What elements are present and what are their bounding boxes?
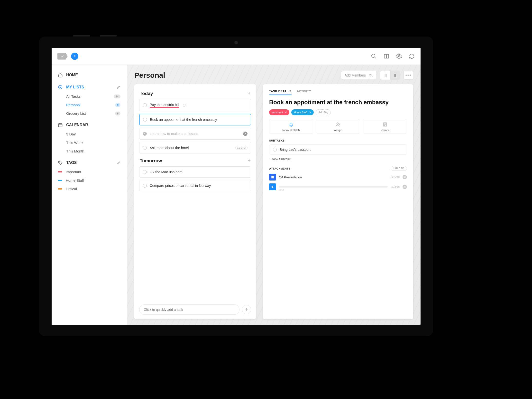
subtask-checkbox[interactable]	[273, 148, 277, 152]
add-members-button[interactable]: Add Members	[341, 71, 377, 79]
loading-icon	[183, 104, 186, 107]
sidebar-mylists-label: MY LISTS	[66, 85, 84, 89]
list-card[interactable]: Personal	[363, 119, 407, 134]
attachment-row[interactable]: ▶ 00:00 2/03/18 ✕	[269, 183, 407, 190]
task-row[interactable]: Ask mom about the hotel 3:30PM	[139, 142, 251, 153]
detail-tag-home[interactable]: Home Stuff✕	[291, 109, 314, 115]
sidebar-home[interactable]: HOME	[52, 70, 127, 80]
tablet-frame: + HOME	[39, 37, 433, 336]
audio-time: 00:00	[279, 189, 284, 191]
list-label: Grocery List	[66, 111, 86, 115]
cal-label: This Week	[66, 141, 83, 145]
new-subtask-button[interactable]: + New Subtask	[269, 157, 407, 161]
task-checkbox[interactable]	[143, 103, 147, 107]
sync-icon[interactable]	[409, 53, 415, 59]
pencil-icon[interactable]	[117, 85, 120, 89]
cal-label: 3 Day	[66, 132, 76, 136]
cal-label: This Month	[66, 149, 84, 153]
user-plus-icon	[335, 122, 341, 127]
group-tomorrow-title: Tomorrow	[140, 158, 162, 163]
sidebar-tags-label: TAGS	[66, 161, 77, 165]
task-checkbox[interactable]	[143, 146, 147, 150]
task-checkbox[interactable]	[143, 184, 147, 188]
detail-title: Book an appotiment at the french embassy	[269, 99, 407, 106]
quick-add-submit[interactable]	[242, 305, 251, 314]
add-today-button[interactable]: +	[248, 91, 251, 96]
settings-icon[interactable]	[396, 53, 402, 59]
task-checkbox[interactable]	[143, 132, 147, 136]
task-checkbox[interactable]	[143, 170, 147, 174]
upload-button[interactable]: UPLOAD	[391, 166, 407, 171]
sidebar-calendar[interactable]: CALENDAR	[52, 120, 127, 130]
attachments-heading: ATTACHMENTS	[269, 167, 291, 170]
task-row[interactable]: Pay the electric bill	[139, 99, 251, 111]
tab-task-details[interactable]: TASK DETAILS	[269, 90, 292, 95]
list-label: All Tasks	[66, 94, 81, 98]
tag-home-stuff[interactable]: Home Stuff	[52, 176, 127, 185]
new-task-button[interactable]: +	[71, 53, 78, 60]
tab-activity[interactable]: ACTIVITY	[297, 90, 311, 95]
attachment-row[interactable]: Q4 Presentation 3/05/18 ✕	[269, 174, 407, 180]
panels-icon[interactable]	[384, 53, 389, 59]
check-circle-icon	[58, 85, 63, 90]
svg-rect-10	[271, 176, 274, 179]
sidebar-item-all-tasks[interactable]: All Tasks 14	[52, 92, 127, 101]
attachment-delete-button[interactable]: ✕	[403, 185, 407, 189]
list-label: Personal	[66, 103, 81, 107]
delete-task-button[interactable]: ✕	[243, 132, 248, 136]
task-row[interactable]: Book an appotiment at the french embassy	[139, 114, 251, 125]
sidebar-cal-week[interactable]: This Week	[52, 138, 127, 147]
subtask-row[interactable]: Bring dad's passport	[269, 144, 407, 155]
task-row[interactable]: Learn how to make a croissant ✕	[139, 128, 251, 140]
add-tag-button[interactable]: Add Tag	[316, 109, 331, 115]
attachment-date: 3/05/18	[391, 176, 400, 179]
view-split-button[interactable]	[390, 71, 400, 80]
attachment-name: Q4 Presentation	[279, 175, 302, 179]
task-title: Book an appotiment at the french embassy	[150, 118, 217, 122]
group-today-title: Today	[140, 91, 153, 96]
arrow-up-icon	[245, 308, 248, 312]
tag-important[interactable]: Important	[52, 168, 127, 176]
tag-critical[interactable]: Critical	[52, 185, 127, 193]
assign-label: Assign	[334, 129, 342, 132]
task-row[interactable]: Fix the Mac usb port	[139, 166, 251, 178]
search-icon[interactable]	[371, 53, 377, 59]
svg-point-5	[59, 162, 60, 162]
task-checkbox[interactable]	[143, 118, 147, 122]
view-list-button[interactable]	[380, 71, 390, 80]
split-icon	[393, 73, 397, 77]
remove-tag-icon[interactable]: ✕	[309, 111, 311, 114]
svg-point-7	[371, 74, 372, 75]
add-members-label: Add Members	[345, 73, 366, 77]
sidebar-home-label: HOME	[66, 73, 78, 77]
task-list-panel: Today + Pay the electric bill Book an ap	[134, 84, 256, 319]
svg-rect-4	[59, 124, 62, 127]
add-tomorrow-button[interactable]: +	[248, 158, 251, 163]
subtask-title: Bring dad's passport	[280, 148, 311, 152]
sidebar-cal-3day[interactable]: 3 Day	[52, 130, 127, 138]
view-toggle	[380, 71, 400, 80]
detail-tag-important[interactable]: Important✕	[269, 109, 289, 115]
audio-progress[interactable]: 00:00	[279, 186, 388, 188]
quick-add-input[interactable]	[139, 304, 239, 315]
list-icon	[382, 122, 388, 127]
people-icon	[368, 73, 373, 77]
device-shadow	[63, 331, 404, 373]
assign-card[interactable]: Assign	[316, 119, 360, 134]
app-logo-icon	[57, 53, 68, 60]
sidebar-item-personal[interactable]: Personal 9	[52, 101, 127, 109]
count-badge: 9	[115, 103, 120, 107]
remove-tag-icon[interactable]: ✕	[285, 111, 287, 114]
task-title: Fix the Mac usb port	[150, 170, 182, 174]
task-row[interactable]: Compare prices of car rental in Norway	[139, 180, 251, 191]
tag-icon	[58, 160, 63, 165]
sidebar-mylists[interactable]: MY LISTS	[52, 82, 127, 92]
count-badge: 6	[115, 112, 120, 115]
sidebar-item-grocery[interactable]: Grocery List 6	[52, 109, 127, 118]
sidebar-tags[interactable]: TAGS	[52, 158, 127, 168]
attachment-delete-button[interactable]: ✕	[403, 175, 407, 179]
pencil-icon[interactable]	[117, 161, 120, 165]
more-button[interactable]: •••	[404, 71, 413, 80]
reminder-card[interactable]: Today, 6:30 PM	[269, 119, 313, 134]
sidebar-cal-month[interactable]: This Month	[52, 147, 127, 155]
